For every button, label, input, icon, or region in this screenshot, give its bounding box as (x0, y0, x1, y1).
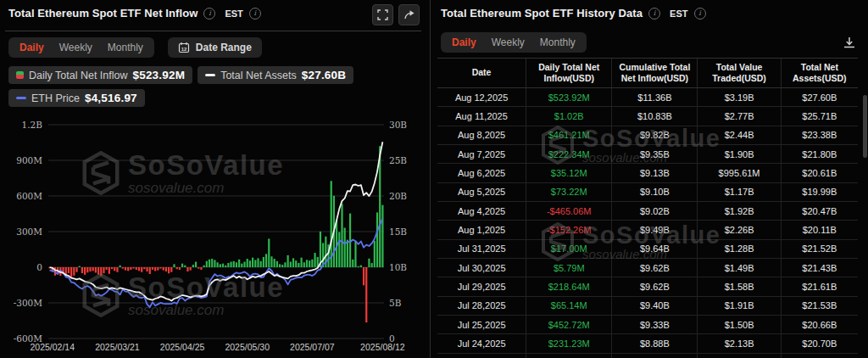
inflow-bar (170, 267, 172, 272)
right-axis-tick: 25B (389, 155, 407, 165)
inflow-bar (241, 264, 242, 267)
inflow-bar (179, 267, 181, 270)
column-header-0[interactable]: Date (437, 59, 526, 87)
timezone-info-icon[interactable]: i (694, 8, 706, 20)
blue-dash-icon (16, 97, 26, 99)
inflow-cell: $218.64M (526, 277, 612, 295)
tab-monthly[interactable]: Monthly (102, 40, 149, 55)
column-header-3[interactable]: Total Value Traded(USD) (698, 59, 781, 87)
column-header-1[interactable]: Daily Total Net Inflow(USD) (526, 59, 612, 87)
date-cell: Aug 7,2025 (437, 145, 526, 163)
traded-cell: $1.58B (698, 277, 781, 295)
inflow-bar (290, 262, 292, 267)
legend-item-daily-total-net-inflow[interactable]: Daily Total Net Inflow$523.92M (8, 66, 192, 84)
legend-item-eth-price[interactable]: ETH Price$4,516.97 (8, 89, 145, 107)
cumulative-cell: $9.40B (612, 297, 698, 315)
inflow-bar (103, 267, 104, 273)
inflow-cell: $35.12M (526, 164, 612, 182)
table-scrollbar[interactable] (863, 95, 867, 158)
left-axis-tick: 0 (36, 262, 42, 272)
tab-daily[interactable]: Daily (14, 40, 50, 55)
table-row: Aug 7,2025$222.34M$9.35B$1.90B$21.80B (437, 145, 858, 164)
inflow-bar (336, 220, 337, 267)
download-button[interactable] (843, 36, 856, 53)
inflow-bar (379, 146, 381, 267)
cumulative-cell: $9.64B (612, 240, 698, 258)
inflow-bar (295, 260, 297, 267)
legend-label: Total Net Assets (220, 70, 297, 81)
table-row: Jul 25,2025$452.72M$9.33B$1.50B$20.66B (437, 316, 858, 334)
page-title: Total Ethereum Spot ETF Net Inflow (8, 7, 198, 20)
cumulative-cell: $9.82B (612, 126, 698, 144)
table-row: Aug 1,2025-$152.26M$9.49B$2.26B$20.11B (437, 221, 858, 239)
traded-cell: $2.13B (698, 334, 781, 352)
inflow-bar (230, 262, 231, 267)
eth-price-line (50, 219, 383, 307)
date-cell: Jul 25,2025 (437, 316, 526, 333)
inflow-bar (108, 267, 110, 274)
inflow-cell: $461.21M (526, 126, 612, 144)
chart-legend: Daily Total Net Inflow$523.92MTotal Net … (8, 66, 411, 107)
inflow-cell: -$152.26M (526, 221, 612, 238)
period-tabs: DailyWeeklyMonthly (441, 32, 587, 53)
assets-cell: $27.60B (782, 88, 858, 106)
legend-item-total-net-assets[interactable]: Total Net Assets$27.60B (198, 66, 353, 84)
download-icon (843, 36, 856, 49)
cumulative-cell: $11.36B (612, 88, 698, 106)
assets-cell: $25.71B (782, 107, 858, 125)
green-red-square-icon (16, 71, 24, 79)
column-header-2[interactable]: Cumulative Total Net Inflow(USD) (612, 59, 698, 87)
tab-monthly[interactable]: Monthly (534, 35, 581, 50)
inflow-bar (287, 255, 289, 267)
inflow-bar (265, 254, 267, 267)
fullscreen-icon (377, 9, 388, 20)
share-icon (403, 9, 415, 20)
inflow-bar (227, 263, 229, 267)
table-title: Total Ethereum Spot ETF History Data (441, 7, 643, 20)
inflow-bar (311, 260, 313, 267)
legend-value: $4,516.97 (85, 92, 137, 104)
inflow-bar (203, 266, 205, 267)
inflow-bar (122, 267, 124, 269)
inflow-bar (292, 258, 294, 267)
tab-weekly[interactable]: Weekly (53, 40, 98, 55)
inflow-bar (186, 267, 188, 271)
inflow-bar (365, 267, 367, 322)
info-icon[interactable]: i (203, 8, 215, 20)
inflow-cell: $452.72M (526, 316, 612, 333)
inflow-bar (125, 267, 126, 271)
inflow-bar (247, 259, 248, 267)
inflow-bar (306, 260, 308, 267)
inflow-bar (168, 267, 170, 273)
inflow-bar (176, 267, 178, 269)
date-cell: Aug 11,2025 (437, 107, 526, 125)
inflow-chart[interactable]: 1.2B30B900M25B600M20B300M15B010B-300M5B-… (0, 109, 430, 358)
traded-cell: $1.91B (698, 297, 781, 315)
tab-daily[interactable]: Daily (446, 35, 482, 50)
timezone-info-icon[interactable]: i (249, 8, 261, 20)
inflow-bar (376, 212, 378, 267)
x-axis-tick: 2025/07/07 (290, 342, 335, 352)
share-button[interactable] (398, 4, 420, 25)
right-axis-tick: 5B (389, 298, 402, 308)
inflow-bar (374, 241, 376, 267)
traded-cell: $1.49B (698, 259, 781, 277)
left-panel-header: Total Ethereum Spot ETF Net Inflow i EST… (8, 7, 261, 20)
legend-label: ETH Price (31, 92, 80, 104)
date-range-button[interactable]: 12 Date Range (168, 37, 262, 58)
inflow-bar (89, 267, 91, 271)
inflow-bar (92, 267, 94, 271)
inflow-bar (163, 267, 164, 271)
right-axis-tick: 10B (389, 262, 407, 272)
inflow-bar (352, 260, 353, 267)
date-cell: Aug 5,2025 (437, 183, 526, 201)
date-cell: Aug 1,2025 (437, 221, 526, 238)
table-row: Aug 4,2025-$465.06M$9.02B$1.92B$20.47B (437, 202, 858, 221)
column-header-4[interactable]: Total Net Assets(USD) (782, 59, 858, 87)
inflow-bar (249, 260, 251, 267)
info-icon[interactable]: i (648, 8, 660, 20)
inflow-bar (192, 265, 194, 267)
inflow-bar (314, 253, 315, 267)
tab-weekly[interactable]: Weekly (486, 35, 531, 50)
fullscreen-button[interactable] (372, 4, 393, 25)
